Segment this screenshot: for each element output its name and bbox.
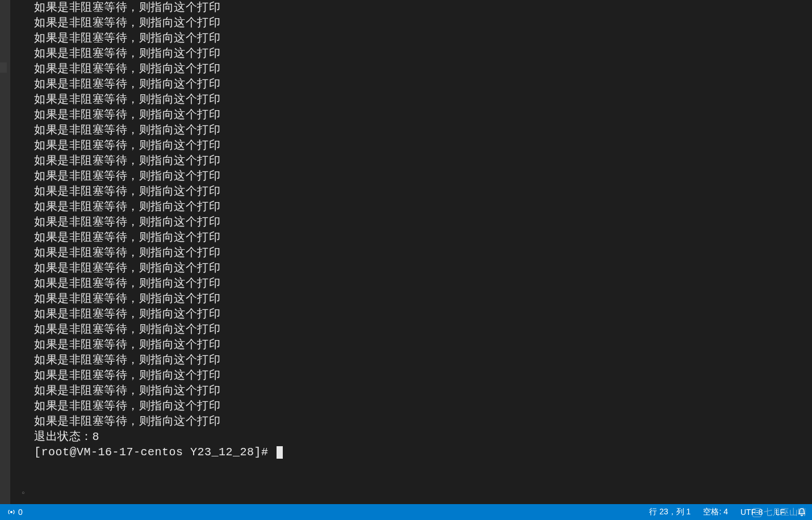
notifications-icon[interactable] xyxy=(795,508,809,517)
terminal-output-line: 如果是非阻塞等待，则指向这个打印 xyxy=(34,107,812,123)
remote-status[interactable]: 0 xyxy=(5,508,25,517)
terminal-output-line: 如果是非阻塞等待，则指向这个打印 xyxy=(34,184,812,199)
terminal-output-line: 如果是非阻塞等待，则指向这个打印 xyxy=(34,230,812,245)
terminal-output-line: 如果是非阻塞等待，则指向这个打印 xyxy=(34,337,812,353)
terminal-panel[interactable]: 如果是非阻塞等待，则指向这个打印如果是非阻塞等待，则指向这个打印如果是非阻塞等待… xyxy=(34,0,812,504)
terminal-output-line: 如果是非阻塞等待，则指向这个打印 xyxy=(34,307,812,322)
cursor-position[interactable]: 行 23，列 1 xyxy=(647,507,693,517)
terminal-exit-status: 退出状态：8 xyxy=(34,429,812,444)
unsaved-indicator-icon: ◦ xyxy=(20,488,26,498)
activity-bar[interactable] xyxy=(0,0,10,504)
editor-gutter: ◦ xyxy=(10,0,34,504)
svg-point-0 xyxy=(10,511,12,513)
terminal-output-line: 如果是非阻塞等待，则指向这个打印 xyxy=(34,138,812,153)
terminal-output-line: 如果是非阻塞等待，则指向这个打印 xyxy=(34,215,812,230)
terminal-output-line: 如果是非阻塞等待，则指向这个打印 xyxy=(34,46,812,61)
terminal-output-line: 如果是非阻塞等待，则指向这个打印 xyxy=(34,31,812,46)
terminal-output-line: 如果是非阻塞等待，则指向这个打印 xyxy=(34,0,812,15)
terminal-output-line: 如果是非阻塞等待，则指向这个打印 xyxy=(34,61,812,77)
terminal-output-line: 如果是非阻塞等待，则指向这个打印 xyxy=(34,15,812,31)
terminal-output-line: 如果是非阻塞等待，则指向这个打印 xyxy=(34,414,812,429)
terminal-prompt[interactable]: [root@VM-16-17-centos Y23_12_28]# xyxy=(34,444,812,460)
terminal-output-line: 如果是非阻塞等待，则指向这个打印 xyxy=(34,169,812,184)
terminal-cursor xyxy=(277,446,283,459)
terminal-output-line: 如果是非阻塞等待，则指向这个打印 xyxy=(34,153,812,169)
terminal-output-line: 如果是非阻塞等待，则指向这个打印 xyxy=(34,276,812,291)
remote-count: 0 xyxy=(18,508,23,517)
encoding[interactable]: UTF-8 xyxy=(738,508,765,517)
terminal-output-line: 如果是非阻塞等待，则指向这个打印 xyxy=(34,383,812,399)
status-bar: 0 行 23，列 1 空格: 4 UTF-8 LF xyxy=(0,504,812,520)
terminal-output-line: 如果是非阻塞等待，则指向这个打印 xyxy=(34,123,812,138)
indentation[interactable]: 空格: 4 xyxy=(701,507,730,517)
end-of-line[interactable]: LF xyxy=(773,508,787,517)
terminal-output-line: 如果是非阻塞等待，则指向这个打印 xyxy=(34,368,812,383)
terminal-output-line: 如果是非阻塞等待，则指向这个打印 xyxy=(34,353,812,368)
terminal-output-line: 如果是非阻塞等待，则指向这个打印 xyxy=(34,77,812,92)
broadcast-icon xyxy=(7,508,16,517)
terminal-output-line: 如果是非阻塞等待，则指向这个打印 xyxy=(34,322,812,337)
terminal-output-line: 如果是非阻塞等待，则指向这个打印 xyxy=(34,92,812,107)
terminal-output-line: 如果是非阻塞等待，则指向这个打印 xyxy=(34,399,812,414)
terminal-output-line: 如果是非阻塞等待，则指向这个打印 xyxy=(34,291,812,307)
terminal-output-line: 如果是非阻塞等待，则指向这个打印 xyxy=(34,245,812,261)
terminal-output-line: 如果是非阻塞等待，则指向这个打印 xyxy=(34,199,812,215)
terminal-output-line: 如果是非阻塞等待，则指向这个打印 xyxy=(34,261,812,276)
